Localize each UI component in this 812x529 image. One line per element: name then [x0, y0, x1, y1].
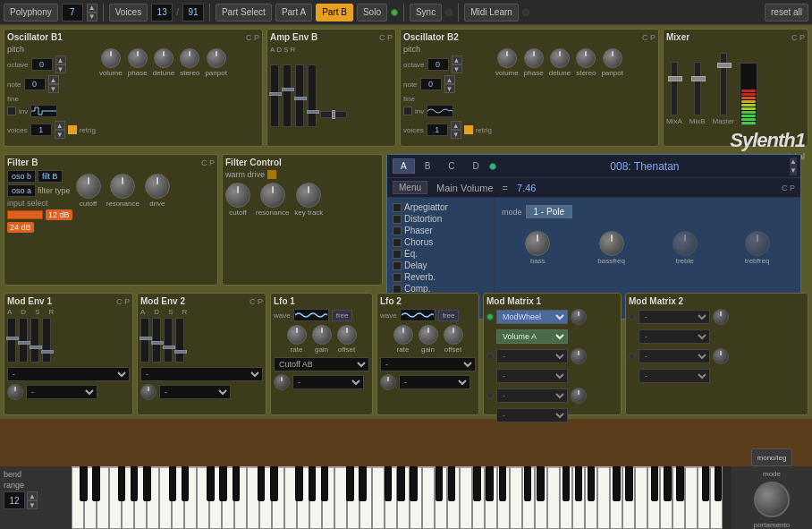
- patch-tab-d[interactable]: D: [465, 158, 487, 174]
- knob-volume-b1[interactable]: [101, 48, 121, 68]
- black-key-47[interactable]: [676, 466, 684, 501]
- knob-lfo1-rate[interactable]: [287, 325, 307, 345]
- lfo1-amount-knob[interactable]: [274, 374, 290, 390]
- octave-down-b2[interactable]: ▼: [452, 64, 462, 73]
- knob-cutoff-fc[interactable]: [225, 183, 250, 208]
- knob-bass[interactable]: [525, 231, 550, 256]
- fader-track-mixb[interactable]: [694, 62, 701, 115]
- black-key-45[interactable]: [651, 466, 659, 501]
- mod-env1-amount-knob[interactable]: [7, 384, 23, 400]
- knob-stereo-b1[interactable]: [180, 48, 199, 68]
- mm1-dest-2[interactable]: -: [496, 369, 568, 383]
- black-key-4[interactable]: [131, 466, 139, 501]
- me2-release[interactable]: [175, 318, 184, 363]
- black-key-33[interactable]: [499, 466, 507, 501]
- fader-track-master[interactable]: [720, 53, 727, 115]
- range-value[interactable]: 12: [4, 491, 25, 509]
- black-key-14[interactable]: [258, 466, 266, 501]
- black-key-26[interactable]: [410, 466, 418, 501]
- black-key-17[interactable]: [295, 466, 303, 501]
- mm1-source-3[interactable]: -: [496, 388, 568, 403]
- effect-reverb[interactable]: Reverb.: [391, 271, 490, 283]
- black-key-32[interactable]: [486, 466, 494, 501]
- voices-b2-val[interactable]: 1: [427, 124, 448, 136]
- me2-decay[interactable]: [152, 318, 161, 363]
- effect-checkbox-delay[interactable]: [393, 261, 402, 270]
- octave-value-b2[interactable]: 0: [427, 58, 449, 71]
- black-key-11[interactable]: [219, 466, 227, 501]
- mm2-source-2[interactable]: -: [639, 349, 710, 363]
- mod-env1-dropdown[interactable]: - -: [7, 367, 130, 381]
- mm2-amount-2[interactable]: [713, 348, 729, 364]
- mm1-source-1[interactable]: ModWheel: [496, 310, 568, 324]
- effect-arpegiattor[interactable]: Arpegiattor: [391, 201, 490, 213]
- black-key-50[interactable]: [715, 466, 723, 501]
- wave-display-b2[interactable]: [427, 105, 453, 117]
- effect-checkbox-dist[interactable]: [393, 215, 402, 224]
- knob-lfo1-offset[interactable]: [337, 325, 357, 345]
- portamento-knob[interactable]: [754, 482, 790, 517]
- black-key-43[interactable]: [625, 466, 633, 501]
- mm1-source-2[interactable]: -: [496, 349, 568, 363]
- mode-value-btn[interactable]: 1 - Pole: [526, 205, 572, 218]
- black-key-18[interactable]: [309, 466, 317, 501]
- midi-learn-button[interactable]: Midi Learn: [464, 4, 519, 21]
- osc-b-btn[interactable]: oso b: [7, 170, 36, 183]
- black-key-8[interactable]: [182, 466, 190, 501]
- inv-checkbox[interactable]: [7, 107, 16, 115]
- lfo1-dropdown[interactable]: Cutoff AB: [274, 357, 369, 371]
- me1-release[interactable]: [42, 318, 51, 363]
- black-key-15[interactable]: [270, 466, 278, 501]
- mod-env2-dropdown[interactable]: -: [140, 367, 263, 381]
- voices-button[interactable]: Voices: [109, 4, 148, 21]
- black-key-5[interactable]: [143, 466, 151, 501]
- menu-button[interactable]: Menu: [393, 181, 427, 194]
- lfo2-dropdown[interactable]: -: [380, 357, 476, 371]
- mm1-amount-1[interactable]: [571, 309, 587, 325]
- mono-leg-button[interactable]: mono/leg: [751, 448, 793, 466]
- note-value-b2[interactable]: 0: [420, 78, 442, 90]
- voices-down[interactable]: ▼: [55, 130, 65, 139]
- mod-env2-dropdown2[interactable]: -: [159, 385, 231, 399]
- retrig-btn-b2[interactable]: [464, 125, 473, 134]
- knob-trebfreq[interactable]: [745, 231, 770, 256]
- env-b-attack[interactable]: [270, 64, 279, 127]
- fader-thumb-mixa[interactable]: [668, 76, 682, 81]
- black-key-1[interactable]: [92, 466, 100, 501]
- polyphony-arrows[interactable]: ▲ ▼: [87, 4, 97, 21]
- patch-tab-a[interactable]: A: [393, 158, 415, 174]
- mm1-dest-3[interactable]: -: [496, 408, 568, 422]
- fader-thumb-master[interactable]: [717, 63, 732, 68]
- lfo1-dropdown2[interactable]: -: [292, 375, 364, 389]
- patch-nav-up[interactable]: ▲: [790, 158, 797, 166]
- black-key-0[interactable]: [80, 466, 88, 501]
- lfo2-amount-knob[interactable]: [380, 374, 396, 390]
- mm1-amount-3[interactable]: [571, 388, 587, 404]
- mod-env1-dropdown2[interactable]: -: [26, 385, 97, 399]
- knob-lfo2-gain[interactable]: [419, 325, 438, 345]
- white-key-45[interactable]: [635, 466, 647, 529]
- note-value[interactable]: 0: [24, 78, 46, 90]
- effect-checkbox-arp[interactable]: [393, 203, 402, 212]
- knob-stereo-b2[interactable]: [576, 48, 596, 68]
- black-key-42[interactable]: [613, 466, 621, 501]
- me1-sustain[interactable]: [30, 318, 39, 363]
- black-key-25[interactable]: [397, 466, 405, 501]
- knob-resonance-fc[interactable]: [260, 183, 285, 208]
- knob-cutoff-fb[interactable]: [76, 174, 101, 199]
- octave-value[interactable]: 0: [31, 58, 53, 71]
- mm2-amount-1[interactable]: [713, 309, 729, 325]
- black-key-38[interactable]: [562, 466, 571, 501]
- effect-chorus[interactable]: Chorus: [391, 236, 490, 248]
- knob-panpot-b2[interactable]: [603, 48, 622, 68]
- polyphony-up[interactable]: ▲: [87, 4, 97, 13]
- patch-nav[interactable]: ▲ ▼: [790, 158, 797, 175]
- black-key-3[interactable]: [118, 466, 126, 501]
- knob-volume-b2[interactable]: [497, 48, 517, 68]
- white-key-35[interactable]: [510, 466, 522, 529]
- polyphony-button[interactable]: Polyphony: [4, 4, 58, 21]
- effect-phaser[interactable]: Phaser: [391, 225, 490, 236]
- me1-decay[interactable]: [19, 318, 28, 363]
- voices-up-b2[interactable]: ▲: [451, 121, 461, 130]
- knob-phase-b1[interactable]: [128, 48, 148, 68]
